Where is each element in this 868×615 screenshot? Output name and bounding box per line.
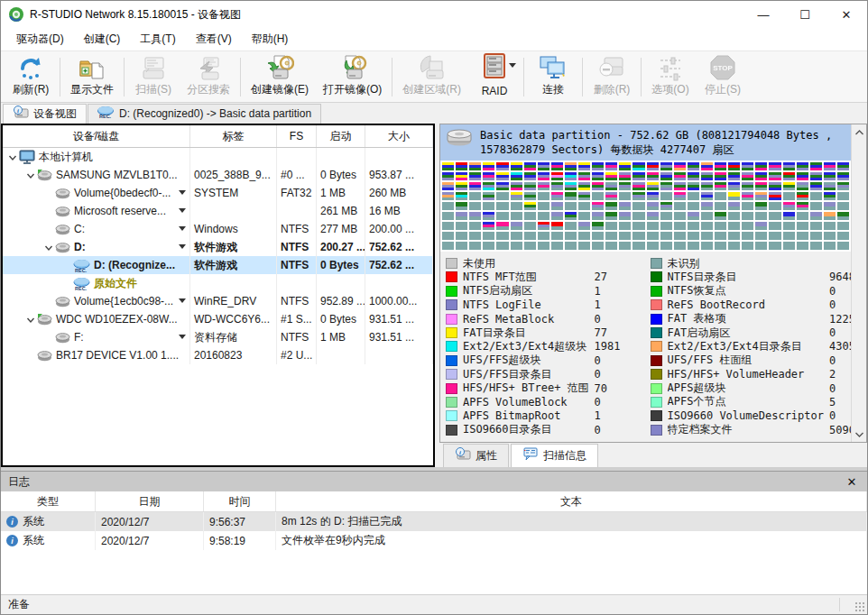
legend-swatch [446,341,457,352]
tree-column-header[interactable]: 标签 [190,125,277,147]
volume-dropdown-icon[interactable] [179,335,186,339]
scan-block [769,242,780,250]
scan-block [688,232,699,240]
scan-block [619,172,631,180]
menu-item[interactable]: 帮助(H) [242,28,299,50]
toolbar-button-show-files[interactable]: 显示文件 [63,54,121,100]
tree-row-label: 软件游戏 [190,238,277,256]
log-row[interactable]: i系统2020/12/79:58:19文件枚举在9秒内完成 [1,531,867,550]
scan-block [551,202,563,210]
scan-block [824,212,836,220]
tree-row-label: 软件游戏 [190,256,277,274]
tree-column-header[interactable]: FS [277,125,317,147]
scan-block [660,212,672,220]
info-tab[interactable]: i属性 [443,444,509,467]
disk-icon [55,242,70,253]
view-tab[interactable]: REC.D: (Recognized0) -> Basic data parti… [88,104,321,124]
tree-row[interactable]: SAMSUNG MZVLB1T0...0025_388B_9...#0 ...0… [3,166,433,184]
menu-item[interactable]: 创建(C) [74,28,131,50]
tree-column-header[interactable]: 设备/磁盘 [3,125,190,147]
create-image-icon [265,54,294,81]
scan-block [456,212,467,220]
scan-block [565,192,577,200]
log-column-header[interactable]: 日期 [96,491,204,511]
resize-grip-icon[interactable] [854,601,865,612]
expand-caret-icon[interactable] [6,153,19,161]
log-column-header[interactable]: 类型 [1,491,96,511]
tree-row[interactable]: F:资料存储NTFS1 MB931.51 ... [3,328,433,346]
log-time: 9:56:37 [204,512,276,531]
scan-block [538,202,549,210]
menu-item[interactable]: 查看(V) [186,28,242,50]
log-close-icon[interactable]: ✕ [844,475,860,489]
toolbar-button-refresh[interactable]: 刷新(R) [5,54,57,100]
volume-dropdown-icon[interactable] [179,208,186,213]
scan-block [688,162,699,170]
log-type: i系统 [1,531,96,550]
scan-scrollbar[interactable] [851,124,866,442]
tree-row[interactable]: 本地计算机 [3,148,433,166]
scan-block [524,192,536,200]
legend-row: APFS VolumeBlock0 [446,395,642,408]
tree-row[interactable]: D:软件游戏NTFS200.27 ...752.62 ... [3,238,433,256]
log-column-header[interactable]: 时间 [204,491,276,511]
scan-block [783,212,795,220]
legend-count: 1 [595,298,642,311]
scan-block [456,222,467,230]
status-separator [839,598,840,611]
tree-row[interactable]: Volume{1ecb0c98-...WinRE_DRVNTFS952.89 .… [3,292,433,310]
toolbar-button-connect[interactable]: 连接 [527,54,579,100]
scan-block [728,242,740,250]
scan-block [442,222,454,230]
scan-block [442,242,454,250]
log-row[interactable]: i系统2020/12/79:56:378m 12s 的 D: 扫描已完成 [1,512,867,531]
toolbar-button-label: 创建镜像(E) [251,82,309,97]
scan-block [810,202,822,210]
scan-block [456,162,467,170]
toolbar-button-create-image[interactable]: 创建镜像(E) [244,54,316,100]
tree-row[interactable]: BR17 DEVICE V1.00 1....20160823#2 U... [3,346,433,364]
device-name: 原始文件 [94,276,137,291]
view-tab[interactable]: i设备视图 [3,104,87,124]
legend-row: Ext2/Ext3/Ext4超级块1981 [446,340,642,353]
minimize-button[interactable]: — [743,1,784,28]
volume-dropdown-icon[interactable] [179,244,186,249]
scan-block [633,172,644,180]
expand-caret-icon[interactable] [42,243,55,252]
scan-block [701,232,713,240]
toolbar-button-label: RAID [482,85,508,97]
volume-dropdown-icon[interactable] [179,226,186,231]
expand-caret-icon[interactable] [24,316,37,324]
toolbar-button-open-image[interactable]: 打开镜像(O) [316,54,389,100]
scan-block [619,232,631,240]
tree-row[interactable]: C:WindowsNTFS277 MB200.00 ... [3,220,433,238]
tree-row[interactable]: REC.D: (Recognize...软件游戏NTFS0 Bytes752.6… [3,256,433,274]
menu-item[interactable]: 工具(T) [130,28,185,50]
tree-row-device: REC.原始文件 [3,274,190,292]
tree-row[interactable]: REC.原始文件 [3,274,433,292]
volume-dropdown-icon[interactable] [179,190,186,195]
scan-block [633,192,644,200]
maximize-button[interactable]: ☐ [784,1,826,28]
legend-swatch [446,410,457,421]
tree-row[interactable]: Volume{0bedecf0-...SYSTEMFAT321 MB260 MB [3,184,433,202]
expand-caret-icon[interactable] [24,171,37,179]
scan-block [742,222,753,230]
scan-block [837,202,849,210]
scan-block [688,212,699,220]
info-tab[interactable]: 扫描信息 [511,444,598,467]
scroll-down-icon[interactable] [854,428,865,440]
scan-block [755,192,767,200]
scan-block [483,212,494,220]
toolbar-button-raid[interactable]: RAID [468,54,521,100]
volume-dropdown-icon[interactable] [179,298,186,303]
scroll-up-icon[interactable] [854,126,865,138]
tree-row[interactable]: Microsoft reserve...261 MB16 MB [3,202,433,220]
close-button[interactable]: ✕ [826,1,867,28]
tree-column-header[interactable]: 大小 [365,125,433,147]
menu-item[interactable]: 驱动器(D) [6,28,74,50]
tree-column-header[interactable]: 启动 [317,125,365,147]
tree-row[interactable]: WDC WD10EZEX-08W...WD-WCC6Y6...#1 S...0 … [3,310,433,328]
raid-dropdown-icon[interactable] [509,63,516,68]
log-column-header[interactable]: 文本 [276,491,867,511]
